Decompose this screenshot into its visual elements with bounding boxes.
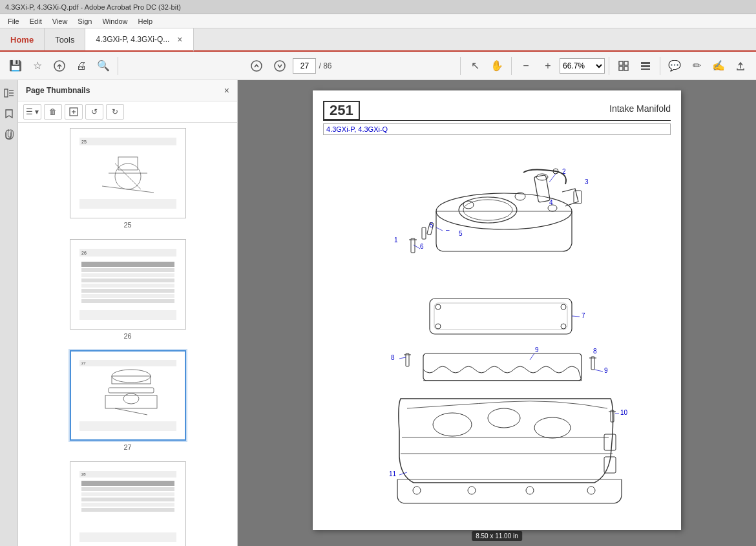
svg-rect-7: [624, 67, 628, 70]
page-up-button[interactable]: [246, 56, 267, 76]
page-number-input[interactable]: [293, 58, 316, 74]
svg-rect-37: [81, 294, 174, 298]
thumbnail-page-26[interactable]: 26 26: [23, 239, 232, 340]
cursor-tool-button[interactable]: ↖: [465, 56, 485, 76]
svg-text:26: 26: [81, 251, 87, 255]
panel-close-button[interactable]: ×: [224, 85, 229, 96]
page-total: / 86: [319, 61, 331, 70]
tab-close-icon[interactable]: ×: [177, 34, 182, 45]
svg-rect-57: [81, 503, 174, 507]
svg-rect-29: [79, 249, 176, 257]
svg-rect-20: [79, 138, 176, 145]
bookmark-panel-icon[interactable]: [1, 106, 17, 121]
svg-rect-49: [79, 421, 176, 431]
svg-rect-8: [641, 62, 650, 64]
pdf-size-indicator: 8.50 x 11.00 in: [472, 531, 522, 541]
panel-toggle-icon[interactable]: [1, 85, 17, 101]
svg-rect-9: [641, 65, 650, 67]
pdf-diagram: 2 3 4 5 6 – 5 1: [323, 140, 671, 502]
pdf-area: ◀ 251 Intake Manifold 4.3GXi-P, 4.3GXi-Q…: [238, 80, 756, 546]
thumbnail-panel: Page Thumbnails × ☰ ▾ 🗑 ↺ ↻ 25: [18, 80, 238, 546]
pdf-page: 251 Intake Manifold 4.3GXi-P, 4.3GXi-Q 2…: [313, 90, 681, 530]
comment-button[interactable]: 💬: [664, 56, 685, 76]
svg-text:–: –: [446, 226, 450, 233]
thumbnail-label-26: 26: [123, 332, 131, 340]
pen-button[interactable]: ✏: [686, 56, 707, 76]
menu-bar: File Edit View Sign Window Help: [0, 14, 756, 28]
svg-text:5: 5: [459, 230, 463, 237]
export-button[interactable]: [730, 56, 751, 76]
title-bar: 4.3GXi-P, 4.3GXi-Q.pdf - Adobe Acrobat P…: [0, 0, 756, 14]
thumbnail-label-27: 27: [123, 443, 131, 451]
sidebar-icons: [0, 80, 18, 546]
zoom-out-button[interactable]: −: [516, 56, 536, 76]
svg-rect-54: [81, 487, 174, 491]
svg-rect-6: [619, 67, 623, 70]
toolbar-center: / 86: [122, 56, 456, 76]
save-button[interactable]: 💾: [5, 56, 26, 76]
panel-redo-button[interactable]: ↻: [106, 104, 124, 120]
svg-text:9: 9: [535, 346, 539, 353]
panel-menu-button[interactable]: ☰ ▾: [23, 104, 41, 120]
svg-rect-35: [81, 284, 174, 288]
bookmark-button[interactable]: ☆: [27, 56, 48, 76]
svg-text:11: 11: [389, 470, 397, 478]
tab-tools[interactable]: Tools: [45, 28, 85, 50]
thumbnail-image-27: 27: [70, 350, 186, 441]
svg-text:1: 1: [394, 236, 398, 244]
upload-button[interactable]: [49, 56, 70, 76]
menu-file[interactable]: File: [3, 16, 25, 26]
svg-rect-58: [81, 508, 174, 512]
svg-rect-27: [79, 199, 176, 209]
svg-text:10: 10: [620, 409, 628, 416]
menu-sign[interactable]: Sign: [72, 16, 97, 26]
svg-text:27: 27: [81, 361, 86, 365]
thumbnail-page-28[interactable]: 28 28: [23, 461, 232, 546]
svg-rect-60: [323, 140, 672, 515]
search-button[interactable]: 🔍: [93, 56, 114, 76]
tab-document[interactable]: 4.3GXi-P, 4.3GXi-Q... ×: [85, 28, 193, 52]
thumbnail-page-25[interactable]: 25 25: [23, 128, 232, 229]
print-button[interactable]: 🖨: [71, 56, 92, 76]
svg-rect-39: [79, 310, 176, 320]
panel-extract-button[interactable]: [65, 104, 83, 120]
menu-view[interactable]: View: [47, 16, 73, 26]
page-navigation: / 86: [293, 58, 331, 74]
zoom-in-button[interactable]: +: [538, 56, 558, 76]
menu-help[interactable]: Help: [133, 16, 158, 26]
toolbar-separator-4: [609, 57, 609, 75]
thumbnail-image-28: 28: [70, 461, 186, 546]
thumbnails-container[interactable]: 25 25: [18, 123, 237, 546]
svg-rect-5: [624, 61, 628, 65]
scroll-mode-button[interactable]: [635, 56, 656, 76]
attachment-panel-icon[interactable]: [1, 127, 17, 142]
panel-header: Page Thumbnails ×: [18, 80, 237, 101]
menu-window[interactable]: Window: [97, 16, 132, 26]
svg-text:9: 9: [604, 367, 608, 374]
svg-text:3: 3: [585, 178, 589, 185]
pdf-page-header: 251 Intake Manifold: [323, 101, 671, 121]
toolbar-separator-3: [511, 57, 512, 75]
fit-page-button[interactable]: [613, 56, 634, 76]
svg-text:7: 7: [582, 312, 585, 319]
markup-button[interactable]: ✍: [708, 56, 729, 76]
thumbnail-page-27[interactable]: 27 27: [23, 350, 232, 451]
tab-bar: Home Tools 4.3GXi-P, 4.3GXi-Q... ×: [0, 28, 756, 52]
svg-rect-10: [641, 68, 650, 70]
page-down-button[interactable]: [269, 56, 290, 76]
svg-rect-4: [619, 61, 623, 65]
svg-rect-32: [81, 268, 174, 272]
toolbar-separator-2: [460, 57, 461, 75]
panel-title: Page Thumbnails: [26, 86, 90, 95]
thumbnail-image-25: 25: [70, 128, 186, 218]
svg-rect-38: [81, 299, 174, 303]
tab-home[interactable]: Home: [0, 28, 45, 50]
zoom-select[interactable]: 66.7% 50% 75% 100% 125%: [560, 58, 605, 74]
panel-delete-button[interactable]: 🗑: [44, 104, 62, 120]
menu-edit[interactable]: Edit: [25, 16, 47, 26]
toolbar: 💾 ☆ 🖨 🔍 / 86 ↖ ✋ − + 66.7% 50% 75% 100% …: [0, 52, 756, 80]
panel-undo-button[interactable]: ↺: [85, 104, 103, 120]
toolbar-separator-1: [118, 57, 118, 75]
svg-text:28: 28: [81, 472, 86, 476]
hand-tool-button[interactable]: ✋: [487, 56, 507, 76]
